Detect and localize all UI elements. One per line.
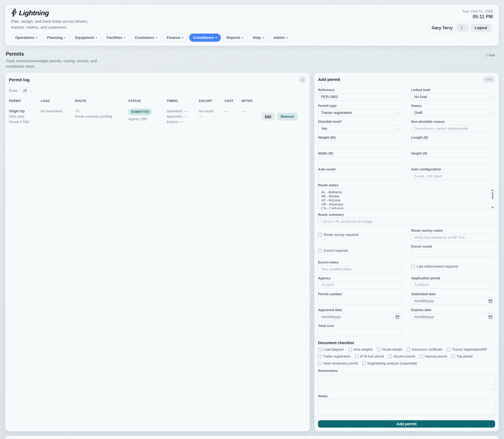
ifta-fuel-permit-checkbox[interactable] <box>355 355 358 358</box>
route-details-checkbox[interactable] <box>377 348 381 351</box>
chevron-down-icon: ⌄ <box>30 89 32 92</box>
rows-label: Rows <box>9 89 18 93</box>
nav-customers[interactable]: Customers▾ <box>131 34 161 42</box>
reference-input[interactable] <box>318 93 402 100</box>
state-temporary-permit-checkbox[interactable] <box>318 362 321 365</box>
nav-facilities[interactable]: Facilities▾ <box>103 34 129 42</box>
width-input[interactable] <box>318 157 402 164</box>
route-state-option[interactable]: CA - California <box>318 206 490 209</box>
add-permit-title: Add permit <box>318 77 340 82</box>
edit-button[interactable]: Edit <box>261 113 275 121</box>
trailer-registration-checkbox[interactable] <box>318 355 321 358</box>
axle-weights-checkbox[interactable] <box>348 348 352 351</box>
logout-button[interactable]: Logout <box>470 24 491 32</box>
width-field-group: Width (ft) <box>318 151 402 164</box>
escort-required-checkbox[interactable] <box>318 249 321 252</box>
calendar-icon[interactable] <box>395 315 399 319</box>
nondivisible-reason-input[interactable] <box>411 125 495 132</box>
nav-admin[interactable]: Admin▾ <box>270 34 292 42</box>
scroll-up-icon[interactable] <box>492 189 494 191</box>
agency-input[interactable] <box>318 281 402 289</box>
route-state-option[interactable]: AL - Alabama <box>318 190 490 194</box>
weight-field-group: Weight (lb) <box>318 135 402 148</box>
brand-name: Lightning <box>19 9 49 17</box>
total-count-badge: 1 total <box>482 52 498 58</box>
route-states-listbox[interactable]: AL - Alabama AK - Alaska AZ - Arizona AR… <box>318 189 495 209</box>
route-summary-input[interactable] <box>318 218 495 225</box>
checklist-item: Insurance certificate <box>407 347 443 352</box>
escort-notes-input[interactable] <box>318 266 402 273</box>
page-subtitle: Track oversize/overweight permits, routi… <box>6 58 106 69</box>
permit-table-header: PERMIT LOAD ROUTE STATUS TIMING ESCORT C… <box>9 99 306 103</box>
expires-date-input[interactable]: mm/dd/yyyy <box>411 313 495 320</box>
axle-configuration-input[interactable] <box>411 173 495 180</box>
chevron-down-icon: ▾ <box>156 36 157 39</box>
checklist-item: State temporary permit <box>318 361 358 366</box>
checklist-item: Trailer registration <box>318 354 351 358</box>
status-select[interactable]: Draft ⌄ <box>411 109 495 116</box>
insurance-certificate-checkbox[interactable] <box>407 348 410 351</box>
route-state-option[interactable]: AZ - Arizona <box>318 198 490 202</box>
permit-table: PERMIT LOAD ROUTE STATUS TIMING ESCORT C… <box>9 99 306 124</box>
weight-input[interactable] <box>318 141 402 148</box>
alcohol-permit-checkbox[interactable] <box>388 355 392 358</box>
cost-cell: — <box>224 109 240 124</box>
height-input[interactable] <box>411 157 495 164</box>
permit-number-input[interactable] <box>318 297 402 305</box>
brand: Lightning <box>11 9 493 17</box>
scrollbar[interactable] <box>491 189 494 208</box>
load-diagram-checkbox[interactable] <box>318 348 321 351</box>
reference-field-group: Reference <box>318 88 402 100</box>
nav-help[interactable]: Help▾ <box>249 34 268 42</box>
route-state-option[interactable]: AR - Arkansas <box>318 202 490 206</box>
total-cost-input[interactable] <box>318 329 402 336</box>
trip-permit-checkbox[interactable] <box>451 355 455 358</box>
route-cell: TX Route summary pending <box>75 109 127 124</box>
rows-per-page-select[interactable]: 25 ⌄ <box>20 87 35 94</box>
document-checklist-title: Document checklist <box>318 341 495 345</box>
linked-load-select[interactable]: No load ⌄ <box>411 93 495 100</box>
scrollbar-thumb[interactable] <box>492 192 493 199</box>
total-cost-field-group: Total cost <box>318 324 402 336</box>
checklist-item: Hazmat permit <box>420 354 447 358</box>
permit-type-select[interactable]: Tractor registration ⌄ <box>318 109 402 116</box>
length-input[interactable] <box>411 141 495 148</box>
checklist-item: Engineering analysis (superload) <box>362 361 417 366</box>
height-field-group: Height (ft) <box>411 151 495 164</box>
engineering-analysis-checkbox[interactable] <box>362 362 366 365</box>
document-checklist: Document checklist Load diagram Axle wei… <box>318 340 495 366</box>
load-cell: No load linked <box>41 109 74 124</box>
application-portal-input[interactable] <box>411 281 495 289</box>
chevron-down-icon: ▾ <box>182 36 184 39</box>
remove-button[interactable]: Remove <box>277 113 298 121</box>
calendar-icon[interactable] <box>489 299 492 303</box>
route-state-option[interactable]: AK - Alaska <box>318 194 490 198</box>
calendar-icon[interactable] <box>489 315 492 319</box>
nav-operations[interactable]: Operations▾ <box>11 34 41 42</box>
nav-reports[interactable]: Reports▾ <box>222 34 247 42</box>
nav-equipment[interactable]: Equipment▾ <box>71 34 101 42</box>
add-permit-button[interactable]: Add permit <box>318 420 495 427</box>
axle-count-input[interactable] <box>318 173 402 180</box>
route-survey-checkbox[interactable] <box>318 233 321 237</box>
nav-planning[interactable]: Planning▾ <box>43 34 69 42</box>
law-enforcement-checkbox[interactable] <box>411 265 415 268</box>
axle-config-field-group: Axle configuration <box>411 167 495 180</box>
hazmat-permit-checkbox[interactable] <box>420 355 423 358</box>
submitted-date-input[interactable]: mm/dd/yyyy <box>411 297 495 305</box>
restrictions-textarea[interactable] <box>318 374 495 390</box>
nav-compliance[interactable]: Compliance▾ <box>189 34 221 42</box>
chevron-down-icon: ▾ <box>262 36 264 39</box>
law-enforcement-checkbox-group: Law enforcement required <box>411 265 495 268</box>
route-survey-notes-input[interactable] <box>411 234 495 241</box>
chevron-down-icon: ▾ <box>286 36 288 39</box>
notes-textarea[interactable] <box>318 400 495 415</box>
escort-count-input[interactable] <box>411 250 495 257</box>
theme-toggle-button[interactable]: ☾ <box>456 24 469 32</box>
approved-date-input[interactable]: mm/dd/yyyy <box>318 313 402 320</box>
tractor-registration-checkbox[interactable] <box>447 348 450 351</box>
scroll-down-icon[interactable] <box>492 207 494 208</box>
divisible-load-select[interactable]: Yes ⌄ <box>318 125 402 132</box>
permit-log-title: Permit log <box>9 77 29 82</box>
nav-finance[interactable]: Finance▾ <box>163 34 187 42</box>
